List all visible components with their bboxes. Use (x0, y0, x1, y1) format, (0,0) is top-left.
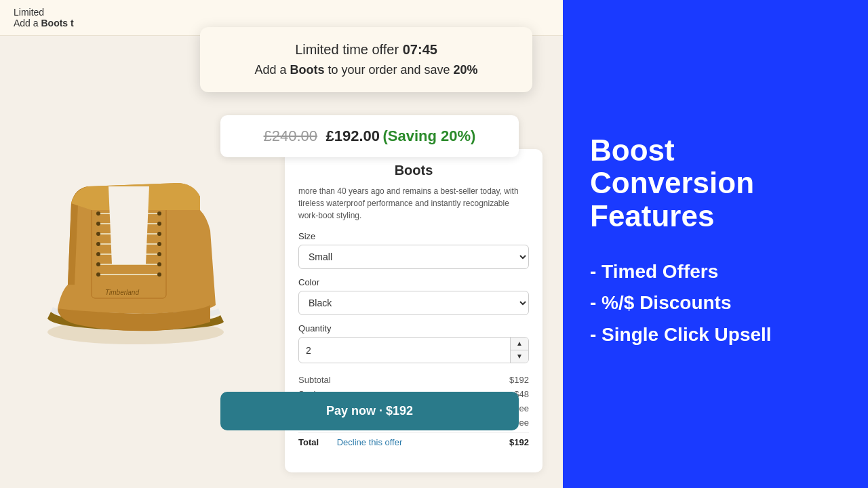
pay-now-button[interactable]: Pay now · $192 (220, 392, 519, 430)
quantity-decrement[interactable]: ▼ (511, 350, 528, 363)
feature-item: - Single Click Upsell (590, 323, 841, 347)
svg-point-23 (157, 262, 161, 266)
quantity-input[interactable] (299, 340, 510, 361)
svg-point-21 (157, 252, 161, 256)
svg-point-17 (157, 232, 161, 236)
right-content: Boost Conversion Features - Timed Offers… (590, 134, 841, 354)
product-name: Boots (298, 163, 529, 178)
svg-point-15 (157, 222, 161, 226)
offer-title: Limited time offer 07:45 (220, 42, 512, 58)
svg-point-16 (96, 232, 100, 236)
pay-button-container: Pay now · $192 Decline this offer (220, 392, 519, 447)
svg-point-24 (96, 272, 100, 277)
price-original: £240.00 (264, 127, 318, 144)
boot-illustration: Timberland (20, 142, 251, 359)
product-image: Timberland (7, 122, 264, 380)
svg-point-22 (96, 262, 100, 266)
color-select[interactable]: Black (298, 291, 529, 315)
svg-point-19 (157, 242, 161, 246)
svg-point-18 (96, 242, 100, 246)
price-card: £240.00 £192.00 (Saving 20%) (220, 115, 519, 157)
subtotal-label: Subtotal (298, 375, 331, 385)
quantity-row: ▲ ▼ (298, 337, 529, 363)
banner-line1: Limited (14, 7, 549, 18)
offer-card: Limited time offer 07:45 Add a Boots to … (200, 27, 532, 92)
price-saving: (Saving 20%) (383, 127, 476, 144)
quantity-label: Quantity (298, 323, 529, 333)
color-label: Color (298, 277, 529, 287)
size-label: Size (298, 231, 529, 241)
features-list: - Timed Offers- %/$ Discounts- Single Cl… (590, 260, 841, 347)
quantity-increment[interactable]: ▲ (511, 338, 528, 350)
right-panel: Boost Conversion Features - Timed Offers… (563, 0, 868, 488)
svg-point-20 (96, 252, 100, 256)
svg-point-12 (96, 211, 100, 216)
feature-item: - %/$ Discounts (590, 291, 841, 315)
subtotal-row: Subtotal $192 (298, 373, 529, 387)
left-panel: Limited Add a Boots t Limited time offer… (0, 0, 563, 488)
svg-text:Timberland: Timberland (105, 289, 139, 296)
product-description: more than 40 years ago and remains a bes… (298, 185, 529, 222)
subtotal-value: $192 (509, 375, 529, 385)
svg-point-25 (157, 272, 161, 277)
size-select[interactable]: Small (298, 245, 529, 269)
feature-item: - Timed Offers (590, 260, 841, 284)
price-new: £192.00 (326, 127, 380, 144)
decline-link[interactable]: Decline this offer (220, 437, 519, 447)
svg-point-14 (96, 222, 100, 226)
quantity-buttons: ▲ ▼ (510, 338, 528, 363)
offer-subtitle: Add a Boots to your order and save 20% (220, 63, 512, 77)
right-heading: Boost Conversion Features (590, 134, 841, 232)
svg-point-13 (157, 211, 161, 216)
